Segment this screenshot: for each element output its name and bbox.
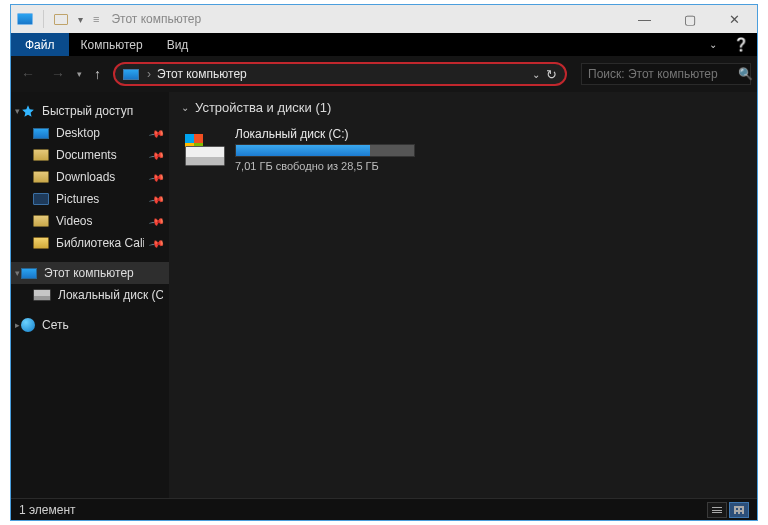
breadcrumb[interactable]: Этот компьютер (157, 67, 247, 81)
up-button[interactable]: ↑ (90, 64, 105, 84)
drive-free-text: 7,01 ГБ свободно из 28,5 ГБ (235, 160, 415, 172)
titlebar: ▾ ≡ Этот компьютер ― ▢ ✕ (11, 5, 757, 33)
sidebar-item-library[interactable]: Библиотека Cali 📌 (11, 232, 169, 254)
tab-file[interactable]: Файл (11, 33, 69, 56)
ribbon-tabs: Файл Компьютер Вид ⌄ ❔ (11, 33, 757, 56)
refresh-icon[interactable]: ↻ (546, 67, 557, 82)
chevron-down-icon[interactable]: ▾ (15, 106, 20, 116)
sidebar-quick-access[interactable]: ▾ Быстрый доступ (11, 100, 169, 122)
view-toggle (707, 502, 749, 518)
sidebar-item-label: Библиотека Cali (56, 236, 144, 250)
history-dropdown-icon[interactable]: ▾ (77, 69, 82, 79)
folder-icon (33, 149, 49, 161)
sidebar-item-label: Быстрый доступ (42, 104, 133, 118)
main-area: ▾ Быстрый доступ Desktop 📌 Documents 📌 D… (11, 92, 757, 498)
view-details-button[interactable] (707, 502, 727, 518)
chevron-down-icon[interactable]: ▾ (15, 268, 20, 278)
folder-icon (33, 215, 49, 227)
ribbon-minimize-icon[interactable]: ⌄ (701, 39, 725, 50)
content-pane[interactable]: ⌄ Устройства и диски (1) Локальный диск … (169, 92, 757, 498)
explorer-window: ▾ ≡ Этот компьютер ― ▢ ✕ Файл Компьютер … (10, 4, 758, 521)
forward-button[interactable]: → (47, 64, 69, 84)
window-controls: ― ▢ ✕ (622, 5, 757, 33)
address-bar[interactable]: › Этот компьютер ⌄ ↻ (113, 62, 567, 86)
search-box[interactable]: 🔍 (581, 63, 751, 85)
statusbar: 1 элемент (11, 498, 757, 520)
status-count: 1 элемент (19, 503, 76, 517)
sidebar-item-label: Локальный диск (C (58, 288, 163, 302)
desktop-icon (33, 128, 49, 139)
folder-icon (33, 171, 49, 183)
help-icon[interactable]: ❔ (725, 33, 757, 56)
chevron-right-icon[interactable]: ▸ (15, 320, 20, 330)
pin-icon: 📌 (149, 169, 165, 185)
folder-icon (33, 193, 49, 205)
network-icon (21, 318, 35, 332)
close-button[interactable]: ✕ (712, 5, 757, 33)
drive-icon (33, 289, 51, 301)
sidebar-network[interactable]: ▸ Сеть (11, 314, 169, 336)
pin-icon: 📌 (149, 125, 165, 141)
drive-icon (185, 134, 225, 166)
view-tiles-button[interactable] (729, 502, 749, 518)
pin-icon: 📌 (149, 213, 165, 229)
sidebar-item-label: Сеть (42, 318, 69, 332)
tab-computer[interactable]: Компьютер (69, 33, 155, 56)
sidebar-this-pc[interactable]: ▾ Этот компьютер (11, 262, 169, 284)
properties-icon[interactable]: ≡ (93, 13, 99, 25)
qat-dropdown-icon[interactable]: ▾ (78, 14, 83, 25)
drive-name: Локальный диск (C:) (235, 127, 415, 141)
maximize-button[interactable]: ▢ (667, 5, 712, 33)
window-title: Этот компьютер (111, 12, 201, 26)
drive-usage-bar (235, 144, 415, 157)
group-header[interactable]: ⌄ Устройства и диски (1) (181, 100, 745, 115)
group-title: Устройства и диски (1) (195, 100, 331, 115)
sidebar-item-desktop[interactable]: Desktop 📌 (11, 122, 169, 144)
pin-icon: 📌 (149, 235, 165, 251)
this-pc-icon (21, 268, 37, 279)
tab-view[interactable]: Вид (155, 33, 201, 56)
separator (43, 10, 44, 28)
minimize-button[interactable]: ― (622, 5, 667, 33)
this-pc-icon (17, 13, 33, 25)
search-icon[interactable]: 🔍 (738, 67, 753, 81)
back-button[interactable]: ← (17, 64, 39, 84)
sidebar-item-pictures[interactable]: Pictures 📌 (11, 188, 169, 210)
sidebar-item-videos[interactable]: Videos 📌 (11, 210, 169, 232)
sidebar-local-disk[interactable]: Локальный диск (C (11, 284, 169, 306)
drive-info: Локальный диск (C:) 7,01 ГБ свободно из … (235, 127, 415, 172)
folder-icon[interactable] (54, 14, 68, 25)
breadcrumb-separator-icon: › (147, 67, 151, 81)
addr-dropdown-icon[interactable]: ⌄ (532, 69, 540, 80)
folder-icon (33, 237, 49, 249)
drive-usage-fill (236, 145, 370, 156)
sidebar-item-label: Этот компьютер (44, 266, 134, 280)
sidebar-item-label: Videos (56, 214, 92, 228)
sidebar-item-documents[interactable]: Documents 📌 (11, 144, 169, 166)
pin-icon: 📌 (149, 191, 165, 207)
chevron-down-icon[interactable]: ⌄ (181, 102, 189, 113)
sidebar-item-label: Pictures (56, 192, 99, 206)
sidebar-item-label: Desktop (56, 126, 100, 140)
sidebar-item-label: Downloads (56, 170, 115, 184)
sidebar-item-downloads[interactable]: Downloads 📌 (11, 166, 169, 188)
quick-access-toolbar: ▾ ≡ (11, 10, 105, 28)
nav-row: ← → ▾ ↑ › Этот компьютер ⌄ ↻ 🔍 (11, 56, 757, 92)
pin-icon: 📌 (149, 147, 165, 163)
sidebar-item-label: Documents (56, 148, 117, 162)
search-input[interactable] (588, 67, 738, 81)
this-pc-icon (123, 69, 139, 80)
drive-item[interactable]: Локальный диск (C:) 7,01 ГБ свободно из … (181, 123, 441, 176)
star-icon (21, 104, 35, 118)
sidebar: ▾ Быстрый доступ Desktop 📌 Documents 📌 D… (11, 92, 169, 498)
